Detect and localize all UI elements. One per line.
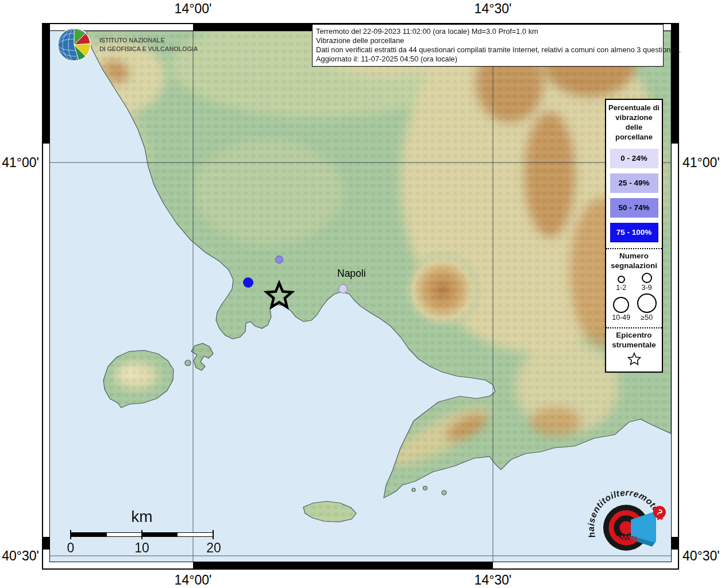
event-updated: Aggiornato il: 11-07-2025 04:50 (ora loc… (316, 55, 660, 64)
report-dot-0-24 (338, 284, 348, 293)
axis-label-left-bottom: 40°30' (0, 548, 39, 564)
legend-swatch-50-74: 50 - 74% (610, 198, 658, 218)
report-dot-75-100 (243, 277, 253, 288)
scalebar-number-0: 0 (53, 540, 88, 556)
ingv-name-line1: ISTITUTO NAZIONALE (99, 36, 198, 45)
report-size-label: 1-2 (616, 284, 626, 292)
legend-swatch-75-100: 75 - 100% (610, 223, 658, 242)
scalebar-number-20: 20 (196, 540, 231, 556)
legend-swatch-25-49: 25 - 49% (610, 173, 658, 193)
report-size-50plus: ≥50 (634, 293, 660, 322)
legend: Percentuale di vibrazione delle porcella… (605, 99, 663, 373)
report-circle-medium-icon (642, 273, 652, 283)
axis-label-bottom-left: 14°00' (164, 572, 222, 588)
legend-epicenter-title: Epicentro strumentale (606, 330, 662, 350)
report-circle-large-icon (613, 297, 629, 313)
legend-swatch-0-24: 0 - 24% (610, 149, 658, 168)
report-size-label: 3-9 (642, 284, 652, 292)
axis-label-bottom-right: 14°30' (464, 572, 522, 588)
report-size-1-2: 1-2 (608, 273, 634, 292)
axis-label-top-right: 14°30' (464, 1, 522, 17)
scalebar-segment (142, 533, 178, 536)
axis-label-right-top: 41°00' (683, 155, 721, 171)
scalebar-tick (141, 530, 142, 539)
report-circle-xlarge-icon (637, 293, 657, 313)
scalebar-number-10: 10 (125, 540, 159, 556)
ingv-name-line2: DI GEOFISICA E VULCANOLOGIA (99, 45, 198, 53)
legend-star-icon (627, 352, 642, 367)
report-size-3-9: 3-9 (634, 273, 660, 292)
event-data-note: Dati non verificati estratti da 44 quest… (316, 45, 660, 55)
frame-segment-bottom (193, 562, 493, 568)
report-size-label: ≥50 (641, 314, 653, 322)
city-label-napoli: Napoli (337, 268, 366, 280)
frame-segment-right-bottom (671, 537, 678, 550)
haisentitoilterremoto-logo: haisentitoilterremoto.it www. ? (581, 484, 671, 567)
map-canvas (49, 30, 672, 562)
frame-segment-right-top (671, 24, 678, 144)
report-size-10-49: 10-49 (608, 293, 634, 322)
legend-title: Percentuale di vibrazione delle porcella… (606, 100, 662, 144)
ingv-name: ISTITUTO NAZIONALE DI GEOFISICA E VULCAN… (99, 36, 198, 53)
ingv-globe-icon (56, 26, 94, 64)
scalebar-segment (71, 533, 107, 536)
legend-divider-1 (606, 248, 662, 249)
event-title: Terremoto del 22-09-2023 11:02:00 (ora l… (316, 27, 660, 36)
event-info-box: Terremoto del 22-09-2023 11:02:00 (ora l… (312, 24, 664, 67)
report-size-label: 10-49 (612, 314, 630, 322)
legend-report-sizes: 1-2 3-9 10-49 ≥50 (606, 271, 662, 322)
legend-reports-title: Numero segnalazioni (606, 251, 662, 271)
scalebar-unit: km (113, 508, 171, 526)
report-dot-50-74 (275, 256, 283, 264)
epicenter-star-icon (263, 280, 295, 312)
legend-divider-2 (606, 327, 662, 328)
axis-label-top-left: 14°00' (164, 1, 222, 17)
terrain-map (50, 31, 671, 562)
ingv-logo: ISTITUTO NAZIONALE DI GEOFISICA E VULCAN… (56, 26, 199, 67)
axis-label-right-bottom: 40°30' (683, 548, 721, 564)
event-subtitle: Vibrazione delle porcellane (316, 36, 660, 45)
scalebar-tick (213, 530, 214, 539)
report-circle-small-icon (618, 276, 625, 283)
scalebar-tick (70, 530, 71, 539)
scalebar-segment (178, 533, 213, 536)
ingv-felt-report-map: { "info_box": { "line1": "Terremoto del … (0, 0, 721, 588)
scalebar-segment (107, 533, 142, 536)
axis-label-left-top: 41°00' (0, 155, 39, 171)
